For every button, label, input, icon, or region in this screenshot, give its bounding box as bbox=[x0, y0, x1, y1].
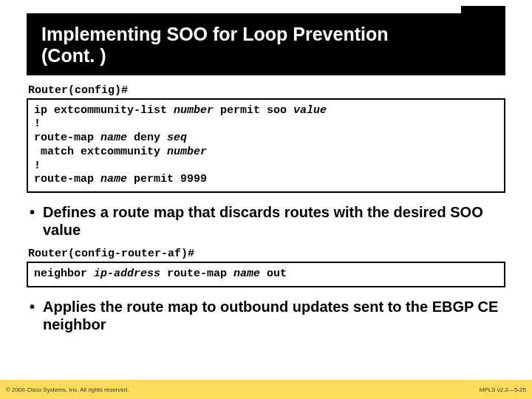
code-text: ! bbox=[34, 160, 41, 172]
code-text: route-map bbox=[34, 132, 100, 144]
config-prompt-2: Router(config-router-af)# bbox=[28, 248, 505, 260]
code-block-2: neighbor ip-address route-map name out bbox=[27, 262, 505, 287]
slide-title: Implementing SOO for Loop Prevention (Co… bbox=[41, 24, 491, 66]
slide-content: Router(config)# ip extcommunity-list num… bbox=[27, 84, 505, 333]
title-line-1: Implementing SOO for Loop Prevention bbox=[41, 24, 388, 44]
code-var: ip-address bbox=[94, 267, 160, 280]
code-var: name bbox=[100, 173, 127, 185]
code-text: ! bbox=[34, 117, 41, 130]
code-block-1: ip extcommunity-list number permit soo v… bbox=[27, 98, 505, 194]
code-text: match extcommunity bbox=[34, 146, 167, 158]
code-text: route-map bbox=[34, 173, 100, 185]
slide-footer: © 2006 Cisco Systems, Inc. All rights re… bbox=[0, 380, 532, 399]
code-text: out bbox=[260, 267, 287, 280]
code-var: number bbox=[174, 104, 214, 117]
code-var: number bbox=[167, 146, 207, 158]
bullet-1: Defines a route map that discards routes… bbox=[43, 203, 502, 239]
slide-number: MPLS v2.2—5-25 bbox=[480, 386, 526, 393]
code-var: seq bbox=[167, 132, 187, 144]
title-notch bbox=[461, 6, 505, 13]
copyright-text: © 2006 Cisco Systems, Inc. All rights re… bbox=[6, 386, 129, 393]
code-text: route-map bbox=[160, 267, 233, 280]
config-prompt-1: Router(config)# bbox=[28, 84, 505, 97]
code-var: name bbox=[100, 132, 127, 144]
code-var: name bbox=[233, 267, 260, 280]
bullet-2: Applies the route map to outbound update… bbox=[43, 298, 502, 333]
code-text: deny bbox=[127, 132, 167, 144]
title-line-2: (Cont. ) bbox=[41, 45, 106, 66]
code-text: ip extcommunity-list bbox=[34, 104, 174, 117]
code-var: value bbox=[293, 104, 327, 117]
code-text: permit 9999 bbox=[127, 173, 207, 185]
code-text: neighbor bbox=[34, 267, 94, 280]
slide-title-bar: Implementing SOO for Loop Prevention (Co… bbox=[27, 13, 505, 75]
code-text: permit soo bbox=[214, 104, 293, 117]
